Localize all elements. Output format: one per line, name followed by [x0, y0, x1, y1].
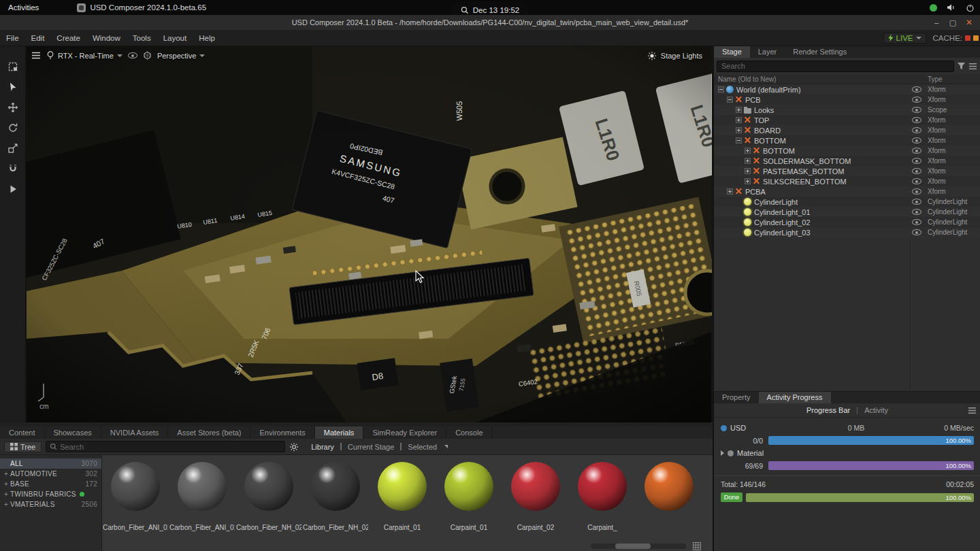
- volume-icon[interactable]: [947, 3, 956, 12]
- menu-file[interactable]: File: [0, 30, 25, 46]
- stage-tree-row[interactable]: SOLDERMASK_BOTTOMXform: [714, 156, 980, 166]
- menu-tools[interactable]: Tools: [127, 30, 157, 46]
- material-thumbnail[interactable]: [644, 462, 693, 511]
- category-vmaterials[interactable]: +VMATERIALS2506: [0, 499, 101, 510]
- stage-tree-row[interactable]: CylinderLightCylinderLight: [714, 197, 980, 207]
- tab-simready-explorer[interactable]: SimReady Explorer: [363, 427, 446, 439]
- material-item[interactable]: Carbon_Fiber_ANI_01: [169, 462, 235, 531]
- visibility-eye-icon[interactable]: [912, 188, 921, 195]
- expand-icon[interactable]: [736, 117, 742, 123]
- visibility-eye-icon[interactable]: [912, 219, 921, 225]
- tab-content[interactable]: Content: [0, 427, 45, 439]
- collapse-icon[interactable]: [727, 97, 733, 103]
- expand-icon[interactable]: [745, 168, 751, 174]
- activities-button[interactable]: Activities: [8, 3, 39, 12]
- visibility-eye-icon[interactable]: [912, 229, 921, 235]
- selection-mode-icon[interactable]: [7, 61, 18, 72]
- camera-selector[interactable]: Perspective: [157, 52, 205, 60]
- stage-tree-row[interactable]: CylinderLight_01CylinderLight: [714, 207, 980, 217]
- material-thumbnail[interactable]: [378, 462, 427, 511]
- expand-icon[interactable]: +: [4, 470, 10, 478]
- material-thumbnail[interactable]: [578, 462, 627, 511]
- subtab-activity[interactable]: Activity: [864, 406, 888, 414]
- tab-nvidia-assets[interactable]: NVIDIA Assets: [101, 427, 169, 439]
- collapse-icon[interactable]: [736, 137, 742, 144]
- stage-tree-row[interactable]: SILKSCREEN_BOTTOMXform: [714, 176, 980, 186]
- column-type[interactable]: Type: [928, 76, 943, 83]
- tab-console[interactable]: Console: [446, 427, 492, 439]
- menu-help[interactable]: Help: [193, 30, 221, 46]
- menu-window[interactable]: Window: [86, 30, 127, 46]
- visibility-eye-icon[interactable]: [912, 86, 921, 93]
- visibility-eye-icon[interactable]: [912, 97, 921, 103]
- focused-app-indicator[interactable]: USD Composer 2024.1.0-beta.65: [77, 3, 206, 12]
- content-search-input[interactable]: [60, 443, 281, 451]
- expand-caret-icon[interactable]: [721, 450, 724, 456]
- viewport-menu-icon[interactable]: [31, 52, 41, 59]
- stage-tree-row[interactable]: PCBXform: [714, 95, 980, 105]
- visibility-eye-icon[interactable]: [912, 209, 921, 215]
- visibility-toggle-icon[interactable]: [128, 52, 137, 59]
- window-titlebar[interactable]: USD Composer 2024.1.0 Beta - /home/horde…: [0, 15, 980, 30]
- breadcrumb-library[interactable]: Library: [311, 443, 334, 451]
- category-base[interactable]: +BASE172: [0, 479, 101, 489]
- material-item[interactable]: Carbon_Fiber_NH_02: [235, 462, 302, 531]
- expand-icon[interactable]: [745, 158, 751, 164]
- visibility-eye-icon[interactable]: [912, 168, 921, 174]
- stage-tree-row[interactable]: World (defaultPrim)Xform: [714, 84, 980, 95]
- filter-icon[interactable]: [957, 62, 966, 70]
- grid-view-icon[interactable]: [693, 542, 701, 550]
- visibility-eye-icon[interactable]: [912, 107, 921, 113]
- options-menu-icon[interactable]: [968, 63, 977, 70]
- viewport-3d[interactable]: SAMSUNG K4VCF325ZC-SC28 407 L1R0 L1R0 D8…: [26, 46, 712, 422]
- material-thumbnail[interactable]: [244, 462, 293, 511]
- tab-showcases[interactable]: Showcases: [45, 427, 101, 439]
- column-name[interactable]: Name (Old to New): [714, 76, 777, 83]
- subtab-progress-bar[interactable]: Progress Bar: [806, 406, 850, 414]
- scrollbar-handle[interactable]: [615, 544, 651, 549]
- material-thumbnail[interactable]: [111, 462, 160, 511]
- tab-render-settings[interactable]: Render Settings: [785, 46, 855, 58]
- expand-icon[interactable]: [736, 127, 742, 133]
- material-item[interactable]: Carpaint_01: [436, 462, 502, 531]
- stage-tree-row[interactable]: CylinderLight_03CylinderLight: [714, 227, 980, 237]
- visibility-eye-icon[interactable]: [912, 158, 921, 164]
- stage-tree-row[interactable]: BOTTOMXform: [714, 146, 980, 156]
- close-button[interactable]: ✕: [961, 18, 977, 27]
- material-thumbnail[interactable]: [311, 462, 360, 511]
- category-twinbru-fabrics[interactable]: +TWINBRU FABRICS: [0, 489, 101, 499]
- tab-property[interactable]: Property: [714, 392, 759, 403]
- breadcrumb-selected[interactable]: Selected: [408, 443, 437, 451]
- camera-cube-icon[interactable]: [143, 51, 152, 60]
- tab-materials[interactable]: Materials: [315, 427, 364, 439]
- category-all[interactable]: ALL3070: [0, 458, 101, 469]
- material-item[interactable]: Carpaint_: [569, 462, 636, 531]
- menu-create[interactable]: Create: [50, 30, 86, 46]
- select-cursor-icon[interactable]: [7, 82, 18, 93]
- material-item[interactable]: Carbon_Fiber_ANI_01: [102, 462, 169, 531]
- material-item[interactable]: Carbon_Fiber_NH_02: [302, 462, 369, 531]
- play-button-icon[interactable]: [7, 184, 18, 195]
- collapse-icon[interactable]: [718, 86, 724, 93]
- stage-search-input[interactable]: [717, 61, 954, 72]
- menu-layout[interactable]: Layout: [157, 30, 193, 46]
- expand-icon[interactable]: +: [4, 501, 10, 508]
- maximize-button[interactable]: ▢: [945, 18, 961, 27]
- expand-icon[interactable]: +: [4, 490, 10, 498]
- expand-icon[interactable]: +: [4, 480, 10, 488]
- stage-lights-control[interactable]: Stage Lights: [647, 51, 702, 61]
- snap-tool-icon[interactable]: [7, 163, 18, 174]
- horizontal-scrollbar[interactable]: [591, 544, 686, 549]
- minimize-button[interactable]: –: [928, 18, 945, 27]
- category-automotive[interactable]: +AUTOMOTIVE302: [0, 469, 101, 479]
- gear-icon[interactable]: [289, 442, 299, 452]
- material-thumbnail[interactable]: [511, 462, 560, 511]
- visibility-eye-icon[interactable]: [912, 127, 921, 133]
- tab-asset-stores[interactable]: Asset Stores (beta): [168, 427, 250, 439]
- move-tool-icon[interactable]: [7, 102, 18, 113]
- material-item[interactable]: [636, 462, 702, 524]
- tab-stage[interactable]: Stage: [714, 46, 750, 58]
- visibility-eye-icon[interactable]: [912, 137, 921, 144]
- visibility-eye-icon[interactable]: [912, 178, 921, 184]
- tab-environments[interactable]: Environments: [250, 427, 314, 439]
